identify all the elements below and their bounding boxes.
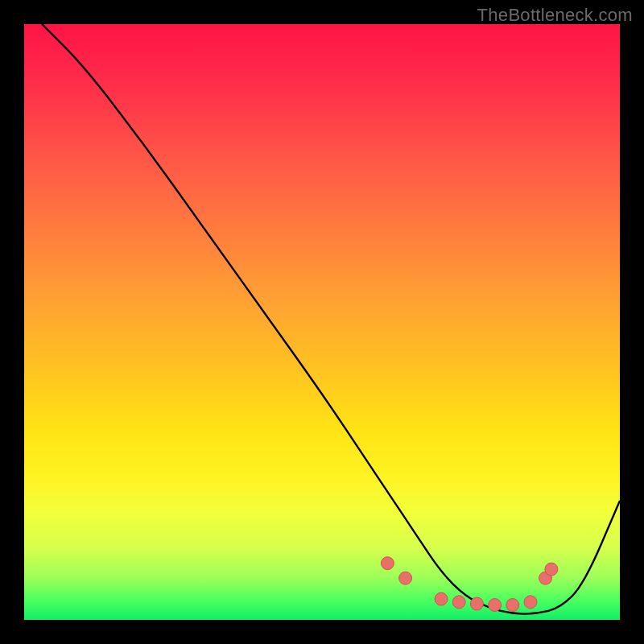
curve-path [42,24,620,614]
data-marker [470,597,483,610]
data-marker [381,557,394,570]
plot-gradient-background [24,24,620,620]
data-marker [524,596,537,609]
watermark-text: TheBottleneck.com [477,5,633,26]
data-marker [452,596,465,609]
chart-frame: TheBottleneck.com [0,0,644,644]
data-marker [545,563,558,576]
data-marker [435,592,448,605]
marker-group [381,557,558,612]
data-marker [399,572,412,584]
chart-svg [24,24,620,620]
data-marker [489,599,502,612]
data-marker [506,599,519,612]
curve-path-group [42,24,620,614]
